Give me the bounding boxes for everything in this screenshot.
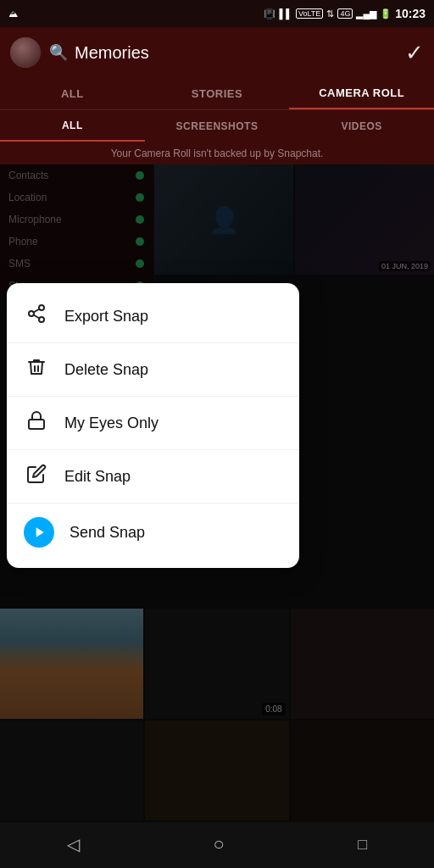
select-all-button[interactable]: ✓ <box>405 40 424 66</box>
tab-videos[interactable]: VIDEOS <box>289 112 434 141</box>
send-snap-button[interactable]: Send Snap <box>7 504 299 561</box>
avatar[interactable] <box>10 37 41 68</box>
status-right: 📳 ▌▌ VoLTE ⇅ 4G ▂▄▆ 🔋 10:23 <box>264 7 426 20</box>
delete-snap-label: Delete Snap <box>64 361 148 379</box>
backup-message: Your Camera Roll isn't backed up by Snap… <box>0 142 434 164</box>
edit-snap-label: Edit Snap <box>64 468 131 486</box>
share-icon <box>24 303 49 329</box>
search-row: 🔍 Memories <box>49 43 149 63</box>
4g-label: 4G <box>337 8 353 19</box>
bottom-nav: ◁ ○ □ <box>0 821 434 868</box>
recent-apps-button[interactable]: □ <box>358 836 367 854</box>
tab-all[interactable]: ALL <box>0 79 145 108</box>
eyes-only-label: My Eyes Only <box>64 415 159 432</box>
signal-bars-icon: ▂▄▆ <box>356 8 376 19</box>
context-menu: Export Snap Delete Snap My <box>7 283 299 568</box>
top-bar-left: 🔍 Memories <box>10 37 149 68</box>
search-icon[interactable]: 🔍 <box>49 43 68 62</box>
send-icon <box>24 517 54 548</box>
home-button[interactable]: ○ <box>213 833 224 855</box>
send-snap-label: Send Snap <box>70 524 145 542</box>
delete-snap-button[interactable]: Delete Snap <box>7 343 299 397</box>
top-bar: 🔍 Memories ✓ <box>0 27 434 78</box>
svg-line-3 <box>34 315 40 319</box>
svg-rect-5 <box>29 420 44 429</box>
export-snap-button[interactable]: Export Snap <box>7 290 299 343</box>
page-title: Memories <box>75 43 149 63</box>
status-left: ⛰ <box>8 8 18 19</box>
clock: 10:23 <box>395 7 426 20</box>
status-bar: ⛰ 📳 ▌▌ VoLTE ⇅ 4G ▂▄▆ 🔋 10:23 <box>0 0 434 27</box>
trash-icon <box>24 357 49 382</box>
eyes-only-button[interactable]: My Eyes Only <box>7 397 299 450</box>
tab-all-media[interactable]: ALL <box>0 111 145 142</box>
tabs-row2: ALL SCREENSHOTS VIDEOS <box>0 110 434 142</box>
tab-camera-roll[interactable]: CAMERA ROLL <box>289 78 434 109</box>
edit-snap-button[interactable]: Edit Snap <box>7 450 299 504</box>
data-arrow-icon: ⇅ <box>326 8 334 19</box>
signal-icon: ▌▌ <box>279 8 292 19</box>
tabs-row1: ALL STORIES CAMERA ROLL <box>0 78 434 110</box>
battery-icon: 🔋 <box>380 8 392 19</box>
photo-icon: ⛰ <box>8 8 18 19</box>
tab-stories[interactable]: STORIES <box>145 79 290 108</box>
export-snap-label: Export Snap <box>64 308 148 326</box>
volte-label: VoLTE <box>296 8 323 19</box>
content-area: Contacts Location Microphone Phone SMS S… <box>0 164 434 822</box>
svg-line-4 <box>34 309 40 313</box>
lock-icon <box>24 410 49 436</box>
vibrate-icon: 📳 <box>264 8 275 19</box>
back-button[interactable]: ◁ <box>67 834 80 854</box>
edit-icon <box>24 464 49 489</box>
tab-screenshots[interactable]: SCREENSHOTS <box>145 112 290 141</box>
